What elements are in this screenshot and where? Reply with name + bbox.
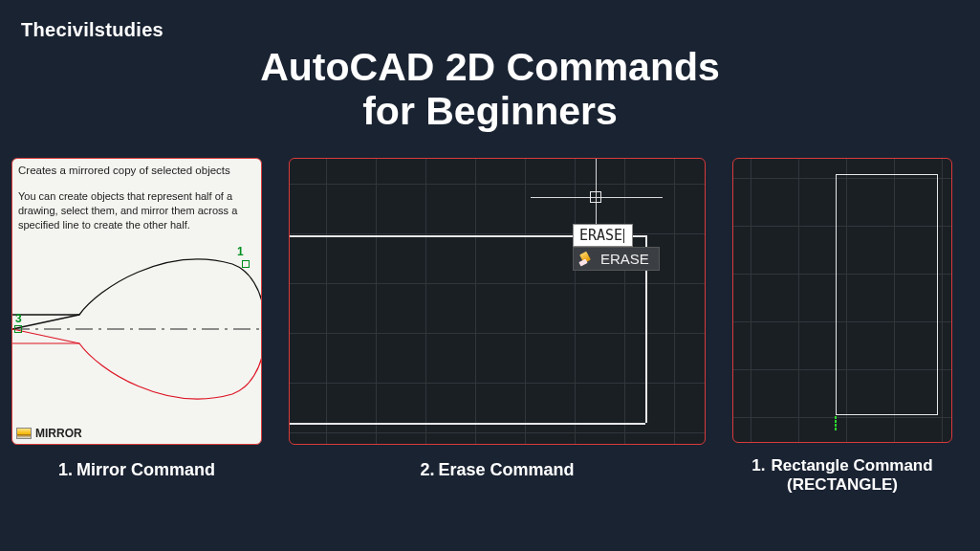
erase-caption-num: 2. [420,460,434,479]
mirror-footer: MIRROR [16,427,82,440]
rectangle-shape [836,174,938,415]
erase-typed-text: ERASE [579,227,622,244]
mirror-panel: Creates a mirrored copy of selected obje… [11,158,262,445]
mirror-point-3-marker [14,325,22,333]
brand-label: Thecivilstudies [21,19,163,41]
erase-dropdown-label: ERASE [600,251,649,267]
rectangle-caption-num: 1. [751,456,765,474]
mirror-point-1-marker [242,260,250,268]
rectangle-column: 1.Rectangle Command (RECTANGLE) [732,158,952,496]
rectangle-caption: 1.Rectangle Command (RECTANGLE) [751,456,932,496]
mirror-footer-label: MIRROR [35,427,82,440]
panels-row: Creates a mirrored copy of selected obje… [11,158,980,496]
erase-caption: 2.Erase Command [420,460,574,480]
erase-line-horizontal-bottom [290,423,645,425]
rectangle-snap-marker [831,415,840,432]
mirror-caption-text: Mirror Command [76,460,215,479]
title-line-1: AutoCAD 2D Commands [0,46,980,90]
mirror-caption-num: 1. [58,460,73,479]
mirror-diagram [12,240,262,417]
page-title: AutoCAD 2D Commands for Beginners [0,46,980,134]
erase-column: ERASE ERASE 2.Erase Command [289,158,706,480]
eraser-icon [579,253,595,266]
erase-command-input[interactable]: ERASE [573,224,633,247]
erase-panel: ERASE ERASE [289,158,706,445]
erase-caption-text: Erase Command [438,460,574,479]
rectangle-caption-line1: Rectangle Command [772,456,933,474]
title-line-2: for Beginners [0,90,980,134]
mirror-caption: 1.Mirror Command [58,460,215,480]
mirror-tooltip-title: Creates a mirrored copy of selected obje… [18,165,230,176]
mirror-point-1-label: 1 [237,245,244,258]
mirror-point-3-label: 3 [15,312,22,325]
erase-cursor-pickbox [590,191,601,203]
erase-grid [290,159,705,444]
mirror-tooltip-body: You can create objects that represent ha… [18,189,261,232]
text-cursor-icon [623,229,624,243]
erase-autocomplete-item[interactable]: ERASE [573,247,660,271]
mirror-command-icon [16,428,32,439]
rectangle-panel [732,158,952,443]
mirror-column: Creates a mirrored copy of selected obje… [11,158,262,480]
rectangle-caption-line2: (RECTANGLE) [751,475,932,495]
